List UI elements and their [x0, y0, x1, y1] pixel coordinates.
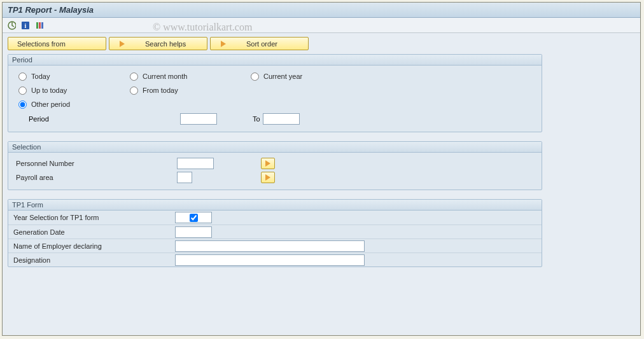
payroll-area-multi-button[interactable] — [261, 172, 275, 183]
arrow-right-icon — [263, 160, 272, 167]
period-to-input[interactable] — [263, 113, 300, 125]
label-current-year: Current year — [263, 73, 302, 80]
execute-icon[interactable] — [6, 20, 17, 31]
label-year-selection: Year Selection for TP1 form — [8, 214, 175, 221]
arrow-right-icon — [220, 40, 228, 48]
label-payroll-area: Payroll area — [15, 174, 177, 181]
page-title: TP1 Report - Malaysia — [3, 3, 640, 18]
period-from-input[interactable] — [180, 113, 217, 125]
svg-rect-3 — [36, 22, 38, 29]
radio-current-month[interactable] — [130, 73, 138, 81]
employer-input[interactable] — [175, 240, 365, 252]
selection-header: Selection — [8, 142, 542, 153]
label-up-to-today: Up to today — [31, 86, 67, 94]
sort-order-label: Sort order — [246, 40, 277, 48]
button-row: Selections from Search helps Sort order — [8, 37, 635, 50]
period-header: Period — [8, 55, 542, 66]
arrow-right-icon — [118, 40, 127, 48]
label-from-today: From today — [143, 86, 178, 94]
label-designation: Designation — [8, 256, 175, 264]
label-other-period: Other period — [31, 100, 70, 108]
app-toolbar: i — [3, 18, 640, 33]
radio-today[interactable] — [18, 73, 27, 81]
selections-from-label: Selections from — [17, 40, 66, 48]
year-selection-checkbox[interactable] — [190, 214, 198, 222]
period-group: Period Today Current month Current year — [8, 54, 542, 132]
label-to: To — [217, 115, 263, 123]
label-period: Period — [29, 115, 180, 123]
svg-text:i: i — [25, 22, 27, 29]
arrow-right-icon — [263, 174, 272, 181]
sort-order-button[interactable]: Sort order — [210, 37, 309, 50]
label-personnel-number: Personnel Number — [15, 160, 177, 167]
personnel-number-input[interactable] — [177, 158, 214, 169]
svg-rect-5 — [41, 22, 43, 29]
selections-from-button[interactable]: Selections from — [8, 37, 106, 50]
radio-current-year[interactable] — [251, 73, 259, 81]
label-employer: Name of Employer declaring — [8, 242, 175, 250]
tp1-form-group: TP1 Form Year Selection for TP1 form Gen… — [8, 199, 542, 267]
radio-up-to-today[interactable] — [18, 86, 27, 95]
label-generation-date: Generation Date — [8, 228, 175, 236]
label-current-month: Current month — [143, 73, 187, 80]
designation-input[interactable] — [175, 254, 365, 266]
info-icon[interactable]: i — [20, 20, 31, 31]
search-helps-label: Search helps — [145, 40, 186, 48]
svg-rect-4 — [39, 22, 41, 29]
payroll-area-input[interactable] — [177, 172, 192, 183]
radio-other-period[interactable] — [18, 100, 27, 109]
personnel-number-multi-button[interactable] — [261, 158, 275, 169]
label-today: Today — [31, 73, 50, 80]
generation-date-input[interactable] — [175, 226, 212, 238]
radio-from-today[interactable] — [130, 86, 138, 95]
variant-icon[interactable] — [34, 20, 45, 31]
selection-group: Selection Personnel Number Payroll area — [8, 141, 542, 190]
tp1-form-header: TP1 Form — [8, 200, 542, 211]
search-helps-button[interactable]: Search helps — [109, 37, 207, 50]
